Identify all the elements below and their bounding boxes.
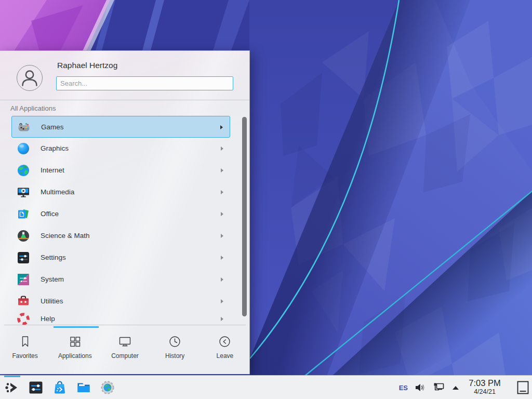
submenu-arrow-icon (221, 256, 223, 260)
submenu-arrow-icon (221, 190, 223, 194)
active-tab-indicator (54, 326, 99, 328)
taskbar-panel: ES 7:03 PM 4/24/21 (0, 375, 532, 399)
app-launcher-icon[interactable] (4, 380, 20, 395)
category-science-math[interactable]: Science & Math (11, 225, 230, 247)
section-label: All Applications (10, 104, 56, 112)
digital-clock[interactable]: 7:03 PM 4/24/21 (461, 378, 508, 396)
tab-favorites[interactable]: Favorites (0, 328, 50, 375)
category-system[interactable]: System (11, 269, 230, 290)
tab-label: Applications (58, 352, 92, 360)
header-divider (0, 100, 249, 100)
volume-icon[interactable] (415, 382, 426, 393)
desktop: Raphael Hertzog All Applications Games (0, 0, 532, 399)
show-desktop-button[interactable] (515, 380, 530, 395)
system-settings-icon[interactable] (28, 380, 44, 395)
leave-icon (218, 335, 232, 349)
submenu-arrow-icon (221, 168, 223, 172)
internet-icon (17, 164, 30, 177)
system-icon (17, 273, 30, 286)
submenu-arrow-icon (221, 234, 223, 238)
graphics-icon (17, 142, 30, 155)
tab-label: Favorites (12, 352, 37, 360)
applications-icon (68, 335, 82, 349)
help-icon (17, 312, 30, 325)
category-label: System (41, 269, 64, 290)
submenu-arrow-icon (220, 125, 223, 129)
system-tray: ES (399, 376, 459, 399)
submenu-arrow-icon (221, 317, 223, 321)
submenu-arrow-icon (221, 212, 223, 216)
network-icon[interactable] (433, 382, 445, 393)
settings-icon (17, 251, 30, 264)
utilities-icon (17, 295, 30, 308)
category-label: Multimedia (41, 181, 74, 203)
file-manager-icon[interactable] (76, 380, 91, 395)
history-icon (168, 335, 182, 349)
category-label: Internet (41, 159, 64, 181)
submenu-arrow-icon (221, 299, 223, 303)
kickoff-tabbar: Favorites Applications Computer (0, 328, 250, 375)
user-avatar-icon[interactable] (17, 65, 43, 91)
games-icon (17, 121, 31, 134)
clock-date: 4/24/21 (461, 388, 508, 396)
keyboard-layout-indicator[interactable]: ES (399, 384, 408, 392)
category-help[interactable]: Help (11, 308, 230, 325)
clock-time: 7:03 PM (461, 378, 508, 388)
category-office[interactable]: Office (11, 203, 230, 225)
favorites-icon (18, 335, 32, 349)
tab-label: Computer (111, 352, 139, 360)
category-label: Settings (41, 247, 66, 269)
user-name: Raphael Hertzog (57, 61, 117, 70)
submenu-arrow-icon (221, 147, 223, 151)
category-label: Games (41, 116, 64, 138)
category-list: Games Graphics (11, 116, 230, 325)
discover-icon[interactable] (52, 380, 68, 395)
submenu-arrow-icon (221, 277, 223, 282)
tab-computer[interactable]: Computer (100, 328, 150, 375)
tab-applications[interactable]: Applications (50, 328, 100, 375)
show-desktop-icon (516, 380, 529, 395)
list-scrollbar[interactable] (242, 117, 247, 316)
category-graphics[interactable]: Graphics (11, 138, 230, 159)
tab-label: Leave (217, 352, 234, 360)
category-label: Science & Math (41, 225, 90, 247)
search-input[interactable] (56, 76, 233, 90)
expand-tray-caret-icon[interactable] (452, 385, 459, 390)
multimedia-icon (17, 185, 30, 199)
web-browser-icon[interactable] (100, 380, 115, 395)
taskbar-launchers (4, 380, 115, 395)
category-label: Graphics (41, 138, 69, 159)
footer-divider (4, 325, 246, 325)
category-label: Help (41, 308, 55, 325)
category-games[interactable]: Games (11, 116, 230, 138)
computer-icon (118, 335, 132, 349)
science-icon (17, 229, 30, 243)
category-internet[interactable]: Internet (11, 159, 230, 181)
category-multimedia[interactable]: Multimedia (11, 181, 230, 203)
tab-leave[interactable]: Leave (200, 328, 250, 375)
active-launcher-indicator (4, 376, 20, 377)
category-label: Office (41, 203, 59, 225)
tab-history[interactable]: History (150, 328, 200, 375)
office-icon (17, 207, 30, 221)
application-launcher-menu: Raphael Hertzog All Applications Games (0, 50, 250, 374)
category-settings[interactable]: Settings (11, 247, 230, 269)
tab-label: History (165, 352, 184, 360)
